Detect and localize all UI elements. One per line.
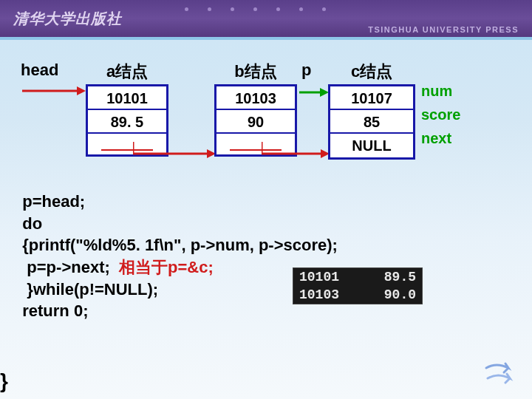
header-bar: 清华大学出版社 TSINGHUA UNIVERSITY PRESS: [0, 0, 532, 37]
code-block: p=head; do {printf("%ld%5. 1f\n", p->num…: [13, 191, 519, 322]
publisher-name-en: TSINGHUA UNIVERSITY PRESS: [368, 25, 519, 34]
node-a-num: 10101: [88, 86, 166, 110]
arrow-head-to-a: [22, 86, 86, 96]
node-a-score: 89. 5: [88, 110, 166, 134]
console-num-1: 10103: [299, 287, 352, 302]
p-pointer-label: p: [301, 61, 311, 80]
field-label-next: next: [421, 130, 451, 147]
code-line-4a: p=p->next;: [13, 258, 119, 276]
code-line-1: p=head;: [13, 191, 519, 213]
arrow-b-to-c: [262, 142, 330, 171]
node-b-score: 90: [216, 110, 295, 134]
code-line-4b-comment: 相当于p=&c;: [119, 258, 214, 276]
node-c-score: 85: [330, 110, 413, 134]
decorative-dots: [185, 7, 326, 11]
console-row: 10103 90.0: [293, 286, 422, 304]
code-line-2: do: [13, 213, 519, 235]
header-underline: [0, 37, 532, 40]
console-score-0: 89.5: [352, 270, 416, 284]
console-output: 10101 89.5 10103 90.0: [293, 267, 423, 304]
head-pointer-label: head: [21, 61, 58, 80]
code-line-5: }while(p!=NULL);: [13, 279, 519, 301]
arrow-p-to-c: [299, 87, 329, 98]
node-a-title: a结点: [86, 61, 168, 83]
code-line-4: p=p->next; 相当于p=&c;: [13, 256, 519, 279]
node-c: c结点 10107 85 NULL: [328, 61, 415, 160]
next-page-icon[interactable]: [483, 361, 519, 389]
console-row: 10101 89.5: [293, 268, 422, 286]
console-num-0: 10101: [299, 270, 352, 284]
publisher-logo-zh: 清华大学出版社: [13, 9, 122, 29]
node-c-title: c结点: [328, 61, 415, 83]
code-closing-brace: }: [0, 369, 8, 393]
console-score-1: 90.0: [352, 287, 416, 302]
node-b-num: 10103: [216, 86, 295, 110]
linked-list-diagram: head a结点 10101 89. 5 b结点 10103 90 p: [0, 61, 532, 186]
field-label-score: score: [421, 106, 460, 123]
arrow-a-to-b: [133, 142, 216, 171]
node-b-title: b结点: [214, 61, 297, 83]
field-label-num: num: [421, 83, 452, 100]
code-line-6: return 0;: [13, 300, 519, 322]
node-c-num: 10107: [330, 86, 413, 110]
code-line-3: {printf("%ld%5. 1f\n", p->num, p->score)…: [13, 234, 519, 256]
node-c-next: NULL: [330, 134, 413, 157]
svg-marker-1: [77, 86, 86, 95]
